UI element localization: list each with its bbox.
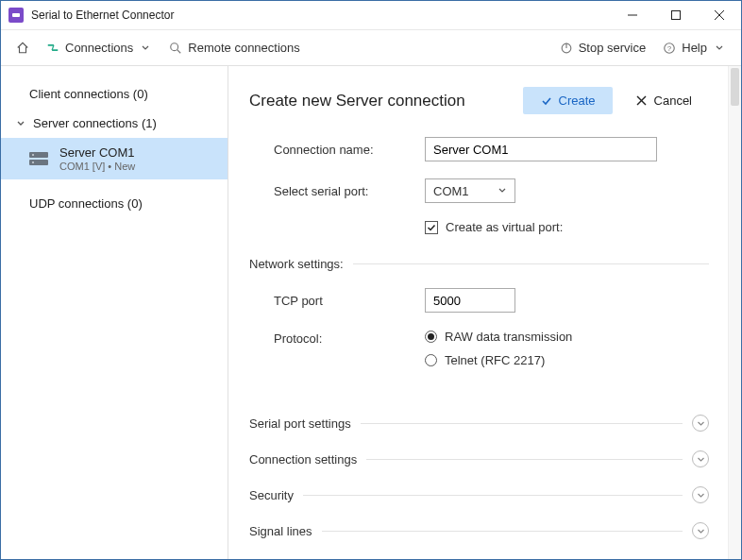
sidebar: Client connections (0) Server connection… [1,66,228,559]
check-icon [540,94,553,108]
search-icon [169,42,182,55]
toolbar: Connections Remote connections Stop serv… [1,30,741,66]
virtual-port-checkbox[interactable] [425,221,438,234]
protocol-label: Protocol: [274,330,425,346]
chevron-down-icon [496,184,509,197]
protocol-raw-radio[interactable]: RAW data transmission [425,330,572,344]
virtual-port-row: Create as virtual port: [249,220,709,234]
network-settings-title: Network settings: [249,257,709,271]
power-icon [560,42,573,55]
tcp-port-input[interactable] [425,288,515,313]
body: Client connections (0) Server connection… [1,66,741,559]
window-controls [611,1,741,30]
cancel-button[interactable]: Cancel [618,87,709,114]
chevron-down-icon [713,42,726,55]
sidebar-group-client-label: Client connections (0) [29,87,148,101]
help-label: Help [682,41,707,55]
chevron-down-icon [692,522,709,539]
svg-point-13 [32,154,34,156]
tcp-port-label: TCP port [274,294,425,308]
sidebar-group-server-label: Server connections (1) [33,116,157,130]
remote-connections-label: Remote connections [188,41,300,55]
sidebar-item-server-com1[interactable]: Server COM1 COM1 [V] • New [1,138,228,179]
svg-text:?: ? [667,44,672,53]
create-button-label: Create [559,93,596,108]
tcp-port-row: TCP port [249,288,709,313]
home-icon [16,42,29,55]
section-signal-lines[interactable]: Signal lines [249,513,709,549]
help-menu[interactable]: ? Help [657,37,732,59]
scrollbar[interactable] [728,66,741,559]
scrollbar-thumb[interactable] [731,68,739,106]
page-title: Create new Server connection [249,92,523,110]
chevron-down-icon [14,117,27,130]
section-title: Security [249,488,294,502]
connection-name-input[interactable] [425,137,657,161]
select-port-label: Select serial port: [274,184,425,198]
main: Create new Server connection Create Canc… [228,66,741,559]
connections-label: Connections [65,41,133,55]
app-icon [8,8,24,23]
protocol-row: Protocol: RAW data transmission Telnet (… [249,330,709,367]
svg-point-5 [171,42,178,50]
section-title: Serial port settings [249,416,351,431]
app-window: Serial to Ethernet Connector Connections… [0,0,742,560]
sidebar-item-text: Server COM1 COM1 [V] • New [59,145,135,172]
maximize-button[interactable] [654,1,698,30]
svg-rect-2 [672,11,681,20]
server-icon [27,150,50,167]
content-header: Create new Server connection Create Canc… [249,87,709,114]
content: Create new Server connection Create Canc… [228,66,728,559]
select-port-row: Select serial port: COM1 [249,178,709,203]
svg-point-14 [32,161,34,163]
protocol-telnet-label: Telnet (RFC 2217) [445,353,545,367]
home-button[interactable] [10,38,35,59]
close-icon [635,94,649,108]
protocol-telnet-radio[interactable]: Telnet (RFC 2217) [425,353,572,367]
minimize-button[interactable] [611,1,654,30]
connection-name-label: Connection name: [274,143,425,157]
connection-name-row: Connection name: [249,137,709,161]
protocol-raw-label: RAW data transmission [445,330,572,344]
section-title: Signal lines [249,524,312,538]
stop-service-label: Stop service [579,41,647,55]
chevron-down-icon [139,42,152,55]
create-button[interactable]: Create [523,87,613,114]
titlebar: Serial to Ethernet Connector [1,1,741,30]
cancel-button-label: Cancel [654,93,692,108]
protocol-group: RAW data transmission Telnet (RFC 2217) [425,330,572,367]
svg-rect-0 [12,13,20,17]
remote-connections-button[interactable]: Remote connections [163,37,306,59]
radio-icon [425,331,437,343]
chevron-down-icon [692,450,709,467]
section-serial-port-settings[interactable]: Serial port settings [249,405,709,441]
sidebar-item-name: Server COM1 [59,145,135,160]
section-title: Connection settings [249,452,357,467]
connections-icon [46,42,59,55]
section-security[interactable]: Security [249,477,709,513]
chevron-down-icon [692,415,709,432]
help-icon: ? [663,42,676,55]
chevron-down-icon [692,486,709,503]
radio-icon [425,354,437,366]
connections-menu[interactable]: Connections [41,37,158,59]
section-connection-settings[interactable]: Connection settings [249,441,709,477]
window-title: Serial to Ethernet Connector [31,8,611,22]
sidebar-group-udp[interactable]: UDP connections (0) [1,189,228,218]
sidebar-group-server[interactable]: Server connections (1) [1,109,228,138]
virtual-port-label: Create as virtual port: [446,220,563,234]
serial-port-select[interactable]: COM1 [425,178,515,203]
svg-line-6 [177,49,181,53]
close-button[interactable] [698,1,741,30]
sidebar-group-udp-label: UDP connections (0) [29,196,143,211]
serial-port-value: COM1 [433,184,469,198]
sidebar-group-client[interactable]: Client connections (0) [1,79,228,109]
sidebar-item-meta: COM1 [V] • New [59,161,135,172]
stop-service-button[interactable]: Stop service [554,37,652,59]
